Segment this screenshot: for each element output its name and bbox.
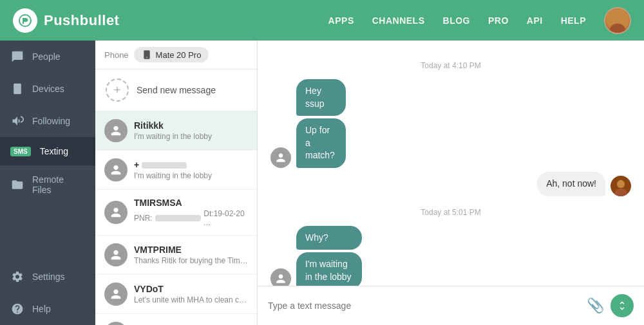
bubble-3: Ah, not now! — [537, 172, 605, 196]
conversation-item-2[interactable]: + I'm waiting in the lobby — [95, 151, 257, 190]
svg-point-6 — [17, 91, 18, 93]
sidebar-item-texting[interactable]: SMS Texting — [0, 137, 95, 165]
conv-name-1: Ritikkk — [134, 120, 248, 131]
msg-col-1: Hey ssup Up for a match? — [296, 79, 379, 168]
conv-name-2: + — [134, 160, 248, 170]
conv-avatar-6 — [104, 322, 128, 325]
sidebar-label-settings: Settings — [32, 272, 65, 282]
msg-row-2: Ah, not now! — [270, 172, 631, 196]
logo-icon — [13, 8, 37, 33]
device-icon — [10, 82, 24, 96]
device-label: Phone — [104, 50, 129, 60]
conversation-item-1[interactable]: Ritikkk I'm waiting in the lobby — [95, 111, 257, 151]
nav-blog[interactable]: BLOG — [443, 15, 470, 26]
svg-point-9 — [617, 180, 625, 187]
chat-icon — [10, 50, 24, 64]
conv-info-2: + I'm waiting in the lobby — [134, 160, 248, 180]
conv-avatar-2 — [104, 158, 128, 181]
conversation-item-4[interactable]: VMTPRIME Thanks Ritik for buying the Tim… — [95, 236, 257, 275]
nav-apps[interactable]: APPS — [328, 15, 354, 26]
msg-col-2: Why? I'm waiting in the lobby — [296, 226, 405, 286]
bubble-2: Up for a match? — [296, 118, 346, 168]
new-message-button[interactable]: + Send new message — [95, 70, 257, 111]
conv-preview-4: Thanks Ritik for buying the Times Prime … — [134, 256, 248, 265]
chat-messages: Today at 4:10 PM Hey ssup Up for a match… — [258, 41, 644, 286]
sidebar-label-following: Following — [32, 116, 70, 126]
sidebar-label-remote-files: Remote Files — [32, 174, 85, 195]
device-name: Mate 20 Pro — [156, 50, 202, 60]
chat-input[interactable] — [268, 301, 580, 311]
sidebar-item-remote-files[interactable]: Remote Files — [0, 165, 95, 204]
conversation-item-5[interactable]: VYDoT Let's unite with MHA to clean cybe… — [95, 275, 257, 314]
svg-point-10 — [614, 188, 627, 196]
conv-info-5: VYDoT Let's unite with MHA to clean cybe… — [134, 284, 248, 304]
svg-rect-2 — [24, 19, 26, 21]
bubble-1: Hey ssup — [296, 79, 346, 116]
conv-info-4: VMTPRIME Thanks Ritik for buying the Tim… — [134, 245, 248, 265]
msg-avatar-incoming-2 — [270, 268, 291, 286]
avatar-image — [605, 8, 630, 33]
conv-preview-3: PNR: Dt:19-02-20 ... — [134, 209, 248, 227]
timestamp-1: Today at 4:10 PM — [270, 61, 631, 70]
conv-preview-2: I'm waiting in the lobby — [134, 171, 248, 180]
conv-avatar-3 — [104, 201, 128, 224]
msg-avatar-outgoing — [611, 176, 631, 196]
conv-preview-5: Let's unite with MHA to clean cyber spac… — [134, 295, 248, 304]
send-button[interactable] — [611, 294, 634, 317]
device-chip[interactable]: Mate 20 Pro — [134, 47, 209, 62]
megaphone-icon — [10, 114, 24, 128]
timestamp-2: Today at 5:01 PM — [270, 208, 631, 217]
chat-input-bar: 📎 — [258, 286, 644, 325]
conversation-items: Ritikkk I'm waiting in the lobby + I'm w… — [95, 111, 257, 325]
sidebar-item-people[interactable]: People — [0, 41, 95, 73]
conv-avatar-5 — [104, 283, 128, 306]
main-content: People Devices Following SMS Texting Rem… — [0, 41, 644, 325]
question-icon — [10, 302, 24, 316]
msg-row-3: Why? I'm waiting in the lobby — [270, 226, 631, 286]
nav-channels[interactable]: CHANNELS — [372, 15, 425, 26]
svg-point-4 — [610, 23, 625, 33]
chat-area: Today at 4:10 PM Hey ssup Up for a match… — [258, 41, 644, 325]
msg-row-1: Hey ssup Up for a match? — [270, 79, 631, 168]
main-nav: APPS CHANNELS BLOG PRO API HELP — [328, 15, 586, 26]
conversation-list: Phone Mate 20 Pro + Send new message Rit… — [95, 41, 258, 325]
conv-name-4: VMTPRIME — [134, 245, 248, 255]
nav-help[interactable]: HELP — [561, 15, 586, 26]
conv-preview-1: I'm waiting in the lobby — [134, 132, 248, 141]
avatar[interactable] — [604, 7, 631, 34]
svg-point-3 — [613, 14, 622, 23]
logo: Pushbullet — [13, 8, 328, 33]
device-bar: Phone Mate 20 Pro — [95, 41, 257, 70]
sms-badge: SMS — [10, 147, 31, 156]
svg-point-8 — [146, 57, 147, 57]
conv-name-5: VYDoT — [134, 284, 248, 294]
sidebar-label-devices: Devices — [32, 84, 64, 94]
conv-avatar-1 — [104, 119, 128, 142]
sidebar: People Devices Following SMS Texting Rem… — [0, 41, 95, 325]
bubble-5: I'm waiting in the lobby — [296, 252, 362, 286]
conv-info-1: Ritikkk I'm waiting in the lobby — [134, 120, 248, 141]
conv-name-3: TMIRSMSA — [134, 198, 248, 208]
nav-api[interactable]: API — [527, 15, 543, 26]
bubble-4: Why? — [296, 226, 362, 250]
conv-info-3: TMIRSMSA PNR: Dt:19-02-20 ... — [134, 198, 248, 227]
attach-icon[interactable]: 📎 — [587, 297, 604, 314]
sidebar-label-people: People — [32, 51, 61, 62]
folder-icon — [10, 178, 24, 192]
sidebar-item-following[interactable]: Following — [0, 105, 95, 137]
conv-avatar-4 — [104, 243, 128, 266]
app-header: Pushbullet APPS CHANNELS BLOG PRO API HE… — [0, 0, 644, 41]
new-message-label: Send new message — [137, 85, 216, 95]
sidebar-label-help: Help — [32, 304, 51, 314]
nav-pro[interactable]: PRO — [488, 15, 509, 26]
new-message-circle-icon: + — [106, 79, 129, 102]
msg-avatar-incoming-1 — [270, 147, 291, 168]
sidebar-item-settings[interactable]: Settings — [0, 261, 95, 293]
sidebar-item-help[interactable]: Help — [0, 293, 95, 325]
sidebar-label-texting: Texting — [40, 146, 68, 156]
logo-text: Pushbullet — [44, 12, 119, 29]
conversation-item-3[interactable]: TMIRSMSA PNR: Dt:19-02-20 ... — [95, 190, 257, 236]
conversation-item-6[interactable]: BZTPRIME UPGRADE to Times Prime AT ONLY … — [95, 314, 257, 325]
sidebar-item-devices[interactable]: Devices — [0, 73, 95, 105]
gear-icon — [10, 270, 24, 284]
